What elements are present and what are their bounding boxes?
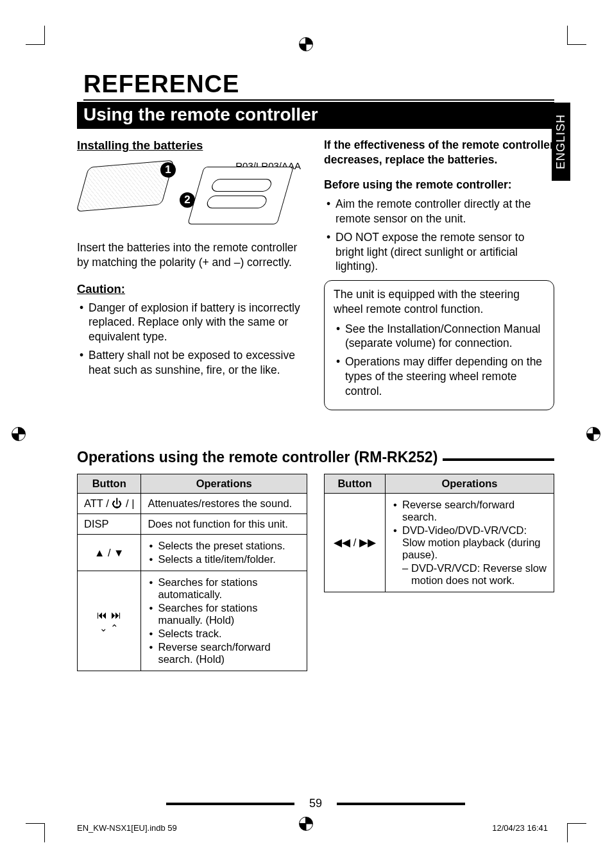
insert-instructions: Insert the batteries into the remote con… bbox=[77, 240, 307, 270]
steering-wheel-info-box: The unit is equipped with the steering w… bbox=[324, 280, 554, 410]
down-up-chevron-icon: ⌄ ⌃ bbox=[99, 624, 119, 633]
ops-cell: Searches for stations automatically. Sea… bbox=[141, 571, 307, 671]
registration-mark-icon bbox=[299, 817, 313, 831]
footer-timestamp: 12/04/23 16:41 bbox=[492, 823, 548, 833]
right-column: If the effectiveness of the remote contr… bbox=[324, 138, 554, 410]
page-number: 59 bbox=[309, 797, 322, 810]
caution-heading: Caution: bbox=[77, 281, 307, 297]
ops-item: Reverse search/forward search. (Hold) bbox=[148, 641, 300, 665]
left-column: Installing the batteries R03/LR03/AAA 1 … bbox=[77, 138, 307, 410]
page-content: ENGLISH REFERENCE Using the remote contr… bbox=[77, 71, 554, 810]
crop-mark bbox=[26, 823, 45, 842]
info-box-item: See the Installation/Connection Manual (… bbox=[334, 322, 545, 351]
caution-list: Danger of explosion if battery is incorr… bbox=[77, 301, 307, 378]
col-operations: Operations bbox=[386, 474, 554, 494]
footer-filename: EN_KW-NSX1[EU].indb 59 bbox=[77, 823, 177, 833]
page-number-bar: 59 bbox=[77, 797, 554, 810]
installing-heading: Installing the batteries bbox=[77, 138, 307, 153]
crop-mark bbox=[26, 26, 45, 45]
before-list: Aim the remote controller directly at th… bbox=[324, 197, 554, 274]
ops-item: Selects track. bbox=[148, 628, 300, 640]
before-item: Aim the remote controller directly at th… bbox=[324, 197, 554, 226]
batteries-icon bbox=[187, 167, 294, 224]
skip-prev-next-icon: ⏮ ⏭ bbox=[97, 609, 122, 621]
effectiveness-note: If the effectiveness of the remote contr… bbox=[324, 138, 554, 167]
table-row: ◀◀ / ▶▶ Reverse search/forward search. D… bbox=[325, 494, 554, 592]
operations-table: Button Operations ATT / ⏻ / | Attenuates… bbox=[77, 474, 307, 671]
button-cell: ATT / ⏻ / | bbox=[78, 494, 141, 514]
registration-mark-icon bbox=[12, 427, 26, 441]
page-rule bbox=[166, 803, 294, 805]
caution-item: Danger of explosion if battery is incorr… bbox=[77, 301, 307, 344]
registration-mark-icon bbox=[586, 427, 600, 441]
table-row: ATT / ⏻ / | Attenuates/restores the soun… bbox=[78, 494, 307, 514]
language-tab: ENGLISH bbox=[552, 103, 570, 181]
ops-item: DVD-Video/DVD-VR/VCD: Slow motion playba… bbox=[392, 524, 547, 561]
before-item: DO NOT expose the remote sensor to brigh… bbox=[324, 230, 554, 274]
operations-table: Button Operations ◀◀ / ▶▶ Reverse search… bbox=[324, 474, 554, 592]
ops-item: Searches for stations automatically. bbox=[148, 576, 300, 601]
ops-item: Selects the preset stations. bbox=[148, 540, 300, 552]
battery-illustration: R03/LR03/AAA 1 2 bbox=[77, 157, 307, 234]
ops-item: Reverse search/forward search. bbox=[392, 499, 547, 523]
ops-sub-item: DVD-VR/VCD: Reverse slow motion does not… bbox=[392, 562, 547, 587]
table-left: Button Operations ATT / ⏻ / | Attenuates… bbox=[77, 474, 307, 671]
ops-cell: Reverse search/forward search. DVD-Video… bbox=[386, 494, 554, 592]
section-heading: Using the remote controller bbox=[77, 102, 554, 129]
page-rule bbox=[337, 803, 465, 805]
col-operations: Operations bbox=[141, 474, 307, 494]
button-cell: DISP bbox=[78, 514, 141, 535]
ops-cell: Selects the preset stations. Selects a t… bbox=[141, 535, 307, 571]
info-box-item: Operations may differ depending on the t… bbox=[334, 355, 545, 398]
col-button: Button bbox=[78, 474, 141, 494]
caution-item: Battery shall not be exposed to excessiv… bbox=[77, 348, 307, 378]
callout-1: 1 bbox=[160, 162, 176, 178]
button-cell: ⏮ ⏭ ⌄ ⌃ bbox=[78, 571, 141, 671]
crop-mark bbox=[567, 26, 586, 45]
before-heading: Before using the remote controller: bbox=[324, 178, 554, 192]
table-right: Button Operations ◀◀ / ▶▶ Reverse search… bbox=[324, 474, 554, 671]
ops-item: Searches for stations manually. (Hold) bbox=[148, 602, 300, 626]
registration-mark-icon bbox=[299, 37, 313, 51]
remote-outline-icon bbox=[76, 160, 174, 212]
table-row: ⏮ ⏭ ⌄ ⌃ Searches for stations automatica… bbox=[78, 571, 307, 671]
heading-rule bbox=[443, 458, 554, 461]
table-header-row: Button Operations bbox=[78, 474, 307, 494]
ops-cell: Does not function for this unit. bbox=[141, 514, 307, 535]
col-button: Button bbox=[325, 474, 386, 494]
crop-mark bbox=[567, 823, 586, 842]
info-box-list: See the Installation/Connection Manual (… bbox=[334, 322, 545, 399]
operations-tables: Button Operations ATT / ⏻ / | Attenuates… bbox=[77, 474, 554, 671]
table-header-row: Button Operations bbox=[325, 474, 554, 494]
table-row: ▲ / ▼ Selects the preset stations. Selec… bbox=[78, 535, 307, 571]
up-down-icon: ▲ / ▼ bbox=[94, 547, 124, 558]
ops-cell: Attenuates/restores the sound. bbox=[141, 494, 307, 514]
table-row: DISP Does not function for this unit. bbox=[78, 514, 307, 535]
rewind-ffwd-icon: ◀◀ / ▶▶ bbox=[334, 537, 376, 548]
att-power-label: ATT / ⏻ / | bbox=[84, 497, 134, 509]
button-cell: ▲ / ▼ bbox=[78, 535, 141, 571]
page-title: REFERENCE bbox=[83, 71, 554, 101]
operations-heading-text: Operations using the remote controller (… bbox=[77, 449, 438, 466]
info-box-intro: The unit is equipped with the steering w… bbox=[334, 287, 545, 317]
ops-item: Selects a title/item/folder. bbox=[148, 553, 300, 565]
operations-heading: Operations using the remote controller (… bbox=[77, 449, 554, 466]
button-cell: ◀◀ / ▶▶ bbox=[325, 494, 386, 592]
